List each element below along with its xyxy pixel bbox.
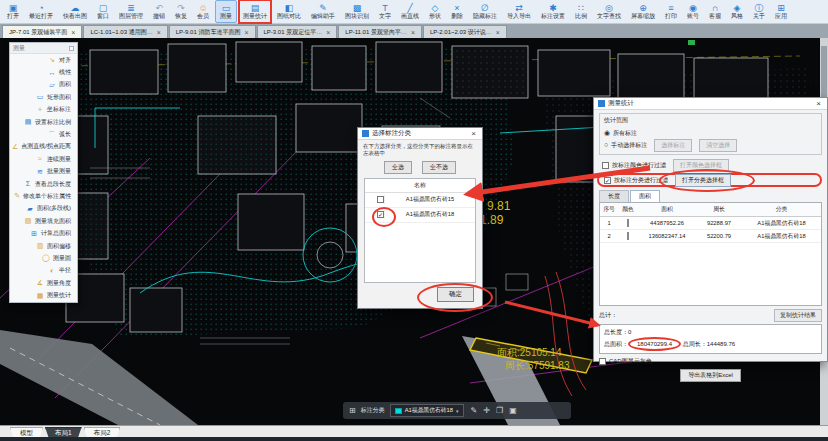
toolbar-button[interactable]: ∩ 客服: [705, 0, 725, 23]
measure-tool-item[interactable]: ▥ 面积偏移: [10, 240, 77, 252]
toolbar-button[interactable]: ⊞ 应用: [771, 0, 791, 23]
toolbar-button[interactable]: ☁ 快看出图: [59, 0, 91, 23]
selection-tool-icon[interactable]: ✎: [469, 406, 480, 415]
toolbar-button[interactable]: ▩ 图块识别: [341, 0, 373, 23]
measure-tool-item[interactable]: ⊞ 计算总面积: [10, 227, 77, 239]
measure-tool-item[interactable]: ✎ 修改单个标注属性: [10, 190, 77, 202]
scope-groupbox: 统计范围 ◉ 所有标注 ○ 手动选择标注 选择标注 清空选择: [599, 113, 822, 155]
ok-button[interactable]: 确定: [437, 287, 474, 302]
toolbar-button[interactable]: ◎ 文字查找: [593, 0, 625, 23]
toolbar-label: 恢复: [175, 13, 187, 20]
measure-tool-item[interactable]: ▭ 矩形面积: [10, 91, 77, 103]
measure-tool-item[interactable]: ▱ 面积: [10, 79, 77, 91]
toolbar-button[interactable]: ╱ 画直线: [397, 0, 423, 23]
toolbar-button[interactable]: ◔ 最近打开: [25, 0, 57, 23]
measure-tool-item[interactable]: ▨ 测量填充面积: [10, 215, 77, 227]
toolbar-button[interactable]: ◉ 账号: [683, 0, 703, 23]
document-tab[interactable]: LP-2.01~2.03 设计说… ×: [423, 25, 507, 38]
measure-tool-item[interactable]: ▦ 测量统计: [10, 289, 77, 301]
toolbar-button[interactable]: ↶ 撤销: [149, 0, 169, 23]
toolbar-button[interactable]: ◇ 形状: [425, 0, 445, 23]
dialog-titlebar[interactable]: 选择标注分类 ×: [358, 128, 482, 140]
close-icon[interactable]: ×: [496, 29, 500, 36]
stats-panel-titlebar[interactable]: 测量统计 ×: [594, 98, 827, 110]
measure-tool-item[interactable]: ∡ 测量角度: [10, 277, 77, 289]
toolbar-button[interactable]: ⓘ 关于: [749, 0, 769, 23]
radio-manual-select[interactable]: ○: [604, 141, 608, 149]
measure-tool-item[interactable]: ≈ 连续测量: [10, 153, 77, 165]
measure-tool-item[interactable]: + 坐标标注: [10, 104, 77, 116]
radio-all-annotations[interactable]: ◉: [604, 129, 610, 137]
checkbox[interactable]: [602, 162, 609, 169]
select-none-button[interactable]: 全不选: [422, 161, 456, 174]
toolbar-button[interactable]: T 文字: [375, 0, 395, 23]
measure-tool-item[interactable]: ≋ 批量测量: [10, 166, 77, 178]
toolbar-button[interactable]: ▢ 窗口: [93, 0, 113, 23]
checkbox[interactable]: [599, 358, 606, 365]
selection-tool-icon[interactable]: ✛: [481, 406, 492, 415]
stats-table-row[interactable]: 1 44387952.26 92288.97 A1福鼎黑仿石砖18: [600, 217, 821, 230]
close-icon[interactable]: ×: [814, 99, 823, 108]
category-dropdown[interactable]: A1福鼎黑仿石砖18 ▾: [390, 404, 464, 417]
toolbar-button[interactable]: ▤ 测量统计: [239, 0, 271, 23]
toolbar-button[interactable]: ∅ 隐藏标注: [469, 0, 501, 23]
tab-length[interactable]: 长度: [599, 190, 629, 202]
measure-tool-label: 坐标标注: [47, 105, 71, 114]
close-icon[interactable]: ×: [71, 29, 75, 36]
grid-icon[interactable]: ⊞: [349, 406, 356, 415]
toolbar-button[interactable]: ▭ 测量: [215, 0, 237, 23]
toolbar-button[interactable]: ≡ 打印: [661, 0, 681, 23]
toolbar-button[interactable]: ⊕ 屏幕缩放: [627, 0, 659, 23]
checkbox[interactable]: ✓: [377, 211, 384, 218]
toolbar-button[interactable]: ∷ 比例: [571, 0, 591, 23]
close-icon[interactable]: ×: [157, 29, 161, 36]
toolbar-button[interactable]: ◧ 图纸对比: [273, 0, 305, 23]
toolbar-button[interactable]: ☺ 会员: [193, 0, 213, 23]
document-tab[interactable]: JP-7.01 景观铺装平面 ×: [2, 25, 82, 38]
open-color-picker-button[interactable]: 打开颜色选择框: [673, 159, 729, 172]
close-icon[interactable]: ×: [326, 29, 330, 36]
toolbar-button[interactable]: ↷ 恢复: [171, 0, 191, 23]
selection-tool-icon[interactable]: ▣: [507, 406, 519, 415]
measure-tool-label: 线性: [59, 68, 71, 77]
document-tab[interactable]: LC-1.01~1.03 通用图… ×: [83, 25, 167, 38]
document-tab[interactable]: LP-9.01 消防车道平面图 ×: [169, 25, 256, 38]
close-icon[interactable]: ×: [469, 129, 478, 138]
clear-selection-button[interactable]: 清空选择: [699, 139, 737, 152]
selection-tool-icon[interactable]: ❐: [494, 406, 505, 415]
measure-tool-item[interactable]: ↔ 线性: [10, 66, 77, 78]
measure-tool-item[interactable]: ▰ 面积(多段线): [10, 203, 77, 215]
measure-tool-item[interactable]: ▤ 设置标注比例: [10, 116, 77, 128]
measure-tool-item[interactable]: ∠ 点测直线/拐点距离: [10, 141, 77, 153]
document-tab[interactable]: LP-11.01 景观竖向平… ×: [338, 25, 422, 38]
tab-area[interactable]: 面积: [630, 190, 660, 202]
select-all-button[interactable]: 全选: [384, 161, 412, 174]
export-excel-button[interactable]: 导出表格到Excel: [680, 369, 741, 382]
toolbar-button[interactable]: ✱ 标注设置: [537, 0, 569, 23]
category-row[interactable]: A1福鼎黑仿石砖15: [365, 193, 475, 208]
measure-tool-item[interactable]: ◐ 半径: [10, 265, 77, 277]
close-icon[interactable]: ×: [244, 29, 248, 36]
collapse-icon[interactable]: [69, 46, 74, 51]
toolbar-button[interactable]: ▣ 打开: [3, 0, 23, 23]
toolbar-label: 打开: [7, 13, 19, 20]
document-tab[interactable]: LP-3.01 景观定位平… ×: [257, 25, 338, 38]
measure-tool-item[interactable]: ◯ 测量圆: [10, 252, 77, 264]
toolbar-button[interactable]: ✎ 编辑助手: [307, 0, 339, 23]
checkbox[interactable]: ✓: [604, 177, 611, 184]
toolbar-label: 标注设置: [541, 13, 565, 20]
toolbar-button[interactable]: ◈ 风格: [727, 0, 747, 23]
open-category-picker-button[interactable]: 打开分类选择框: [675, 174, 731, 187]
toolbar-button[interactable]: ⇄ 导入导出: [503, 0, 535, 23]
toolbar-button[interactable]: × 删除: [447, 0, 467, 23]
toolbar-button[interactable]: ≣ 图层管理: [115, 0, 147, 23]
measure-tool-item[interactable]: ⌒ 弧长: [10, 128, 77, 140]
copy-stats-button[interactable]: 复制统计结果: [774, 309, 822, 322]
select-annotations-button[interactable]: 选择标注: [654, 139, 692, 152]
measure-tool-item[interactable]: ↘ 对齐: [10, 54, 77, 66]
checkbox[interactable]: [377, 196, 384, 203]
measure-tool-item[interactable]: Σ 查看总段长度: [10, 178, 77, 190]
category-row[interactable]: ✓ A1福鼎黑仿石砖18: [365, 208, 475, 223]
stats-table-row[interactable]: 2 136082347.14 52200.79 A1福鼎黑仿石砖18: [600, 230, 821, 243]
close-icon[interactable]: ×: [411, 29, 415, 36]
